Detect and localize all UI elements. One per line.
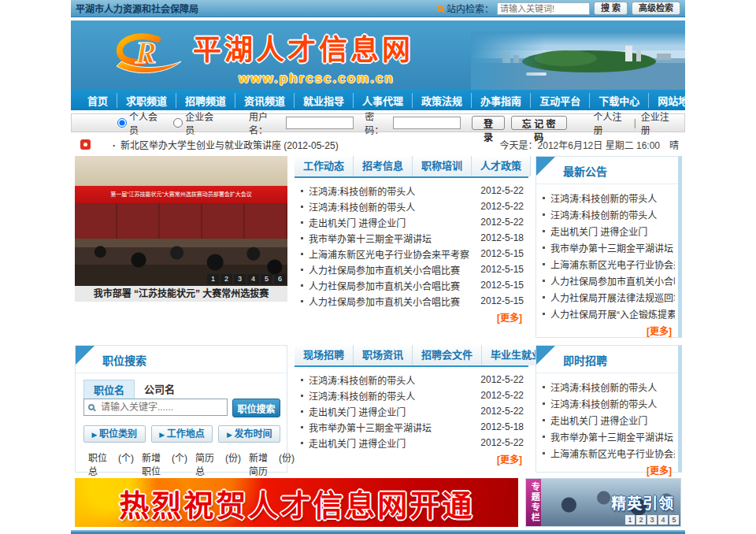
instant-recruit-item[interactable]: 上海浦东新区光电子行业协会来平考 — [543, 445, 675, 462]
recruit-item[interactable]: 汪鸿涛:科技创新的带头人 2012-5-22 — [301, 372, 524, 388]
radio-personal[interactable] — [117, 118, 127, 128]
news-item[interactable]: 汪鸿涛:科技创新的带头人 2012-5-22 — [301, 183, 524, 198]
photo-page-button[interactable]: 3 — [234, 274, 246, 284]
password-field[interactable] — [393, 117, 461, 129]
announcement-item[interactable]: 汪鸿涛:科技创新的带头人 — [543, 190, 675, 206]
announcement-item[interactable]: 我市举办第十三期金平湖讲坛 — [543, 239, 675, 256]
announcements-list: 汪鸿涛:科技创新的带头人 汪鸿涛:科技创新的带头人 走出机关门 进得企业门 — [536, 184, 678, 322]
tab-company-name[interactable]: 公司名 — [135, 380, 184, 399]
nav-item[interactable]: 办事指南 — [471, 93, 530, 108]
recruit-item[interactable]: 汪鸿涛:科技创新的带头人 2012-5-22 — [301, 388, 524, 403]
announcement-item[interactable]: 人力社保局开展法律法规巡回培训 — [543, 289, 675, 306]
news-item[interactable]: 上海浦东新区光电子行业协会来平考察 2012-5-15 — [301, 246, 524, 261]
login-button[interactable]: 登 录 — [472, 116, 505, 130]
side-banner-page-button[interactable]: 2 — [636, 515, 646, 525]
instant-more-link[interactable]: [更多] — [536, 462, 678, 477]
site-search-input[interactable] — [497, 2, 590, 15]
news-title: 人力社保局参加市直机关小合唱比赛 — [309, 279, 460, 292]
nav-item[interactable]: 下载中心 — [589, 93, 648, 108]
special-column-banner[interactable]: 专题专栏 精英引领 1 2 3 4 5 — [525, 478, 681, 527]
instant-recruit-item[interactable]: 汪鸿涛:科技创新的带头人 — [543, 379, 675, 395]
member-company-radio[interactable]: 企业会员 — [173, 109, 220, 136]
nav-item[interactable]: 政策法规 — [412, 93, 471, 108]
news-tab[interactable]: 工作动态 — [295, 156, 354, 176]
photo-page-button[interactable]: 6 — [274, 274, 286, 284]
special-column-title: 精英引领 — [611, 491, 674, 513]
bullet-icon — [301, 300, 303, 302]
register-separator: | — [634, 117, 636, 128]
nav-item[interactable]: 互动平台 — [530, 93, 589, 108]
site-search-button[interactable]: 搜 索 — [594, 2, 628, 15]
news-item[interactable]: 我市举办第十三期金平湖讲坛 2012-5-18 — [301, 230, 524, 246]
photo-ceiling — [75, 156, 287, 186]
recruit-more-link[interactable]: [更多] — [295, 451, 528, 465]
member-personal-radio[interactable]: 个人会员 — [117, 109, 164, 136]
announcement-item[interactable]: 走出机关门 进得企业门 — [543, 223, 675, 239]
news-date: 2012-5-18 — [474, 232, 524, 243]
bullet-icon — [301, 410, 303, 413]
instant-recruit-item[interactable]: 汪鸿涛:科技创新的带头人 — [543, 395, 675, 412]
announcement-item[interactable]: 上海浦东新区光电子行业协会来平考 — [543, 256, 675, 273]
news-item[interactable]: 人力社保局参加市直机关小合唱比赛 2012-5-15 — [301, 277, 524, 293]
photo-page-button[interactable]: 4 — [247, 274, 259, 284]
recruit-tab[interactable]: 招聘会文件 — [413, 345, 482, 365]
side-banner-page-button[interactable]: 5 — [669, 515, 679, 525]
news-item[interactable]: 人力社保局参加市直机关小合唱比赛 2012-5-15 — [301, 261, 524, 277]
tab-position-name[interactable]: 职位名 — [83, 380, 135, 399]
register-company-link[interactable]: 企业注册 — [641, 109, 676, 136]
conference-photo[interactable]: 第一届“江苏技能状元”大赛常州选拔赛动员部署会扩大会议 1 2 3 4 5 — [75, 156, 287, 286]
keyword-input[interactable] — [101, 402, 223, 413]
nav-item[interactable]: 首页 — [79, 93, 117, 108]
recruit-date: 2012-5-22 — [474, 437, 524, 448]
nav-item[interactable]: 招聘频道 — [176, 93, 235, 108]
nav-item[interactable]: 网站地图 — [648, 93, 707, 108]
recruit-tab[interactable]: 职场资讯 — [354, 345, 413, 365]
news-title: 汪鸿涛:科技创新的带头人 — [309, 200, 415, 213]
site-url: www.phrcsc.com.cn — [239, 71, 413, 87]
photo-page-button[interactable]: 1 — [207, 274, 219, 284]
celebration-banner[interactable]: 热烈祝贺人才信息网开通 — [75, 478, 518, 527]
bullet-icon — [543, 452, 545, 454]
recruit-item[interactable]: 走出机关门 进得企业门 2012-5-22 — [301, 435, 524, 451]
announcement-item[interactable]: 人力社保局参加市直机关小合唱比赛 — [543, 273, 675, 289]
job-search-row: 职位搜索 — [83, 399, 280, 417]
photo-page-button[interactable]: 5 — [261, 274, 272, 284]
announcement-item[interactable]: 人力社保局开展“入企锻炼提素质” — [543, 306, 675, 322]
side-banner-page-button[interactable]: 4 — [658, 515, 668, 525]
job-filter-button[interactable]: 职位类别 — [83, 425, 146, 443]
announcements-more-link[interactable]: [更多] — [536, 322, 678, 337]
nav-item[interactable]: 就业指导 — [294, 93, 353, 108]
side-banner-page-button[interactable]: 3 — [647, 515, 657, 525]
photo-caption[interactable]: 我市部署 “江苏技能状元” 大赛常州选拔赛 — [75, 286, 287, 302]
ticker-text[interactable]: 新北区举办大学生创业与就业政策讲座 (2012-05-25) — [113, 138, 339, 151]
instant-recruit-item[interactable]: 走出机关门 进得企业门 — [543, 412, 675, 428]
instant-recruit-item[interactable]: 我市举办第十三期金平湖讲坛 — [543, 428, 675, 445]
recruit-item[interactable]: 我市举办第十三期金平湖讲坛 2012-5-18 — [301, 419, 524, 435]
announcement-item[interactable]: 汪鸿涛:科技创新的带头人 — [543, 206, 675, 223]
news-more-link[interactable]: [更多] — [295, 309, 528, 324]
nav-item[interactable]: 资讯频道 — [235, 93, 294, 108]
news-tab[interactable]: 职称培训 — [413, 156, 472, 176]
recruit-item[interactable]: 走出机关门 进得企业门 2012-5-22 — [301, 403, 524, 419]
photo-page-button[interactable]: 2 — [220, 274, 232, 284]
username-field[interactable] — [286, 117, 354, 129]
recruit-tab[interactable]: 现场招聘 — [295, 345, 354, 365]
news-item[interactable]: 汪鸿涛:科技创新的带头人 2012-5-22 — [301, 198, 524, 214]
nav-item[interactable]: 求职频道 — [117, 93, 176, 108]
register-personal-link[interactable]: 个人注册 — [594, 109, 629, 136]
news-tab[interactable]: 人才政策 — [472, 156, 531, 176]
news-tabs-block: 工作动态 招考信息 职称培训 人才政策 汪鸿涛:科技创新的带头人 2012-5-… — [295, 156, 528, 338]
news-item[interactable]: 走出机关门 进得企业门 2012-5-22 — [301, 214, 524, 230]
news-item[interactable]: 人力社保局参加市直机关小合唱比赛 2012-5-15 — [301, 293, 524, 309]
nav-item[interactable]: 人事代理 — [353, 93, 412, 108]
job-filter-button[interactable]: 工作地点 — [151, 425, 213, 443]
job-search-button[interactable]: 职位搜索 — [232, 399, 280, 417]
news-tab[interactable]: 招考信息 — [354, 156, 413, 176]
forgot-password-button[interactable]: 忘 记 密 码 — [511, 116, 567, 130]
news-date: 2012-5-15 — [474, 248, 524, 259]
radio-company[interactable] — [173, 118, 183, 128]
advanced-search-button[interactable]: 高级检索 — [632, 2, 680, 15]
recruit-title: 走出机关门 进得企业门 — [309, 405, 406, 418]
side-banner-page-button[interactable]: 1 — [625, 515, 635, 525]
job-filter-button[interactable]: 发布时间 — [218, 425, 280, 443]
